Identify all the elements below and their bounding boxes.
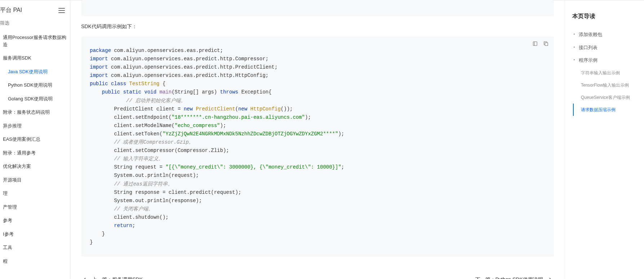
code-token: ( bbox=[235, 106, 238, 112]
sidebar-item[interactable]: Java SDK使用说明 bbox=[0, 65, 70, 79]
code-token: ; bbox=[132, 223, 135, 228]
code-token: client.shutdown(); bbox=[90, 214, 168, 220]
code-block: package com.aliyun.openservices.eas.pred… bbox=[81, 36, 554, 257]
sidebar-item[interactable]: 优化解决方案 bbox=[0, 160, 70, 173]
sidebar-item[interactable]: I参考 bbox=[0, 227, 70, 241]
code-token: package bbox=[90, 48, 111, 53]
code-token: com.aliyun.openservices.eas.predict; bbox=[111, 48, 223, 53]
code-token: class bbox=[111, 81, 126, 87]
toc-item[interactable]: 添加依赖包 bbox=[572, 28, 637, 41]
arrow-left-icon bbox=[83, 277, 88, 279]
filter-label[interactable]: 筛选 bbox=[0, 18, 70, 31]
sidebar-nav: 通用Processor服务请求数据构造服务调用SDKJava SDK使用说明Py… bbox=[0, 31, 70, 268]
sidebar-item[interactable]: EAS使用案例汇总 bbox=[0, 132, 70, 146]
code-token: com.aliyun.openservices.eas.predict.http… bbox=[108, 56, 268, 62]
sidebar-item[interactable]: 异步推理 bbox=[0, 119, 70, 133]
sidebar-item[interactable]: 产管理 bbox=[0, 200, 70, 214]
code-token: ()); bbox=[281, 106, 293, 112]
copy-icon[interactable] bbox=[542, 40, 550, 47]
sidebar-left: 平台 PAI 筛选 通用Processor服务请求数据构造服务调用SDKJava… bbox=[0, 0, 70, 279]
code-token: public bbox=[102, 89, 120, 95]
code-token: ; bbox=[341, 164, 344, 170]
sidebar-item[interactable]: Golang SDK使用说明 bbox=[0, 92, 70, 106]
code-token: ); bbox=[220, 123, 226, 128]
code-token: com.aliyun.openservices.eas.predict.http… bbox=[108, 73, 268, 78]
code-token: TestString bbox=[129, 81, 159, 87]
sidebar-item[interactable]: Python SDK使用说明 bbox=[0, 78, 70, 92]
arrow-right-icon bbox=[547, 277, 552, 279]
code-token: static bbox=[123, 89, 141, 95]
toc-item[interactable]: QueueService客户端示例 bbox=[572, 91, 637, 104]
svg-rect-0 bbox=[533, 42, 537, 46]
toc-item[interactable]: 接口列表 bbox=[572, 41, 637, 54]
toc-item[interactable]: 请求数据压缩示例 bbox=[573, 104, 637, 116]
code-token: String response = client.predict(request… bbox=[90, 189, 241, 195]
code-token: "18*******.cn-hangzhou.pai-eas.aliyuncs.… bbox=[172, 114, 305, 120]
previous-code-block-tail bbox=[81, 0, 554, 16]
sidebar-item[interactable]: 开源项目 bbox=[0, 173, 70, 187]
code-token: HttpConfig bbox=[250, 106, 281, 112]
code-token: client.setEndpoint( bbox=[90, 114, 172, 120]
code-token: "YzZjZjQwN2E4NGRkMDMxNDk5NzhhZDcwZDBjOTZ… bbox=[163, 131, 338, 137]
toc-title: 本页导读 bbox=[572, 13, 637, 20]
sidebar-item[interactable]: 附录：通用参考 bbox=[0, 146, 70, 160]
code-token: client.setToken( bbox=[90, 131, 163, 137]
prev-page-label: 上一篇：服务调用SDK bbox=[92, 276, 143, 279]
code-actions bbox=[531, 40, 550, 47]
main-content: SDK代码调用示例如下： package com.aliyun.openserv… bbox=[70, 0, 565, 279]
code-token: "echo_compress" bbox=[175, 123, 220, 128]
code-token: return bbox=[114, 223, 132, 228]
code-token: System.out.println(response); bbox=[90, 198, 202, 204]
code-comment: // 或者使用Compressor.Gzip。 bbox=[114, 139, 194, 145]
code-token: import bbox=[90, 56, 108, 62]
intro-text: SDK代码调用示例如下： bbox=[81, 23, 554, 30]
sidebar-item[interactable]: 通用Processor服务请求数据构造 bbox=[0, 31, 70, 51]
code-comment: // 通过eas返回字符串。 bbox=[114, 181, 172, 187]
sidebar-header: 平台 PAI bbox=[0, 4, 70, 18]
toc-item[interactable]: 字符串输入输出示例 bbox=[572, 67, 637, 79]
code-token: ); bbox=[338, 131, 344, 137]
menu-toggle-icon[interactable] bbox=[58, 8, 65, 13]
code-token: } bbox=[90, 231, 105, 237]
sidebar-right: 本页导读 添加依赖包接口列表程序示例字符串输入输出示例TensorFlow输入输… bbox=[565, 0, 644, 279]
code-token: public bbox=[90, 81, 108, 87]
next-page-link[interactable]: 下一篇：Python SDK使用说明 bbox=[475, 276, 552, 279]
sidebar-item[interactable]: 附录：服务状态码说明 bbox=[0, 105, 70, 119]
code-token: } bbox=[90, 239, 93, 245]
next-page-label: 下一篇：Python SDK使用说明 bbox=[475, 276, 543, 279]
code-token: (String[] args) bbox=[172, 89, 220, 95]
sidebar-item[interactable]: 参考 bbox=[0, 214, 70, 227]
code-token: String request = bbox=[90, 164, 166, 170]
code-token: client.setModelName( bbox=[90, 123, 175, 128]
code-token: PredictClient bbox=[196, 106, 235, 112]
code-comment: // 关闭客户端。 bbox=[114, 206, 153, 212]
sidebar-item[interactable]: 理 bbox=[0, 187, 70, 200]
code-token: new bbox=[184, 106, 193, 112]
code-token: new bbox=[238, 106, 247, 112]
code-token: System.out.println(request); bbox=[90, 173, 199, 178]
code-token: main bbox=[159, 89, 172, 95]
expand-icon[interactable] bbox=[531, 40, 539, 47]
sidebar-item[interactable]: 工具 bbox=[0, 241, 70, 254]
toc-nav: 添加依赖包接口列表程序示例字符串输入输出示例TensorFlow输入输出示例Qu… bbox=[572, 28, 637, 116]
code-token: com.aliyun.openservices.eas.predict.http… bbox=[108, 64, 277, 70]
code-token: Exception{ bbox=[238, 89, 272, 95]
code-token: import bbox=[90, 73, 108, 78]
sidebar-item[interactable]: 服务调用SDK bbox=[0, 51, 70, 65]
code-token: "[{\"money_credit\": 3000000}, {\"money_… bbox=[166, 164, 341, 170]
sidebar-item[interactable]: 程 bbox=[0, 254, 70, 268]
code-token: { bbox=[159, 81, 166, 87]
code-comment: // 输入字符串定义。 bbox=[114, 156, 163, 162]
code-token: PredictClient client = bbox=[90, 106, 184, 112]
svg-rect-1 bbox=[545, 43, 548, 45]
code-comment: // 启动并初始化客户端。 bbox=[126, 98, 186, 104]
code-token: client.setCompressor(Compressor.Zlib); bbox=[90, 148, 229, 153]
sidebar-title: 平台 PAI bbox=[0, 6, 22, 14]
code-token: void bbox=[144, 89, 156, 95]
prev-page-link[interactable]: 上一篇：服务调用SDK bbox=[83, 276, 143, 279]
code-content: package com.aliyun.openservices.eas.pred… bbox=[90, 47, 545, 247]
code-token: import bbox=[90, 64, 108, 70]
toc-item[interactable]: 程序示例 bbox=[572, 54, 637, 67]
toc-item[interactable]: TensorFlow输入输出示例 bbox=[572, 79, 637, 91]
code-token: throws bbox=[220, 89, 238, 95]
